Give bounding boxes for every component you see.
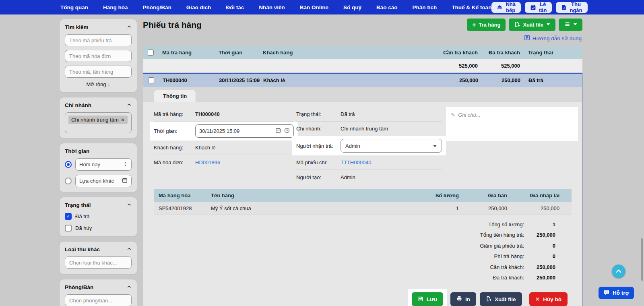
nav-doi-tac[interactable]: Đối tác (226, 4, 244, 10)
collapse-chevron-icon[interactable] (127, 102, 132, 108)
columns-button[interactable] (559, 19, 582, 31)
nav-tong-quan[interactable]: Tổng quan (60, 4, 88, 10)
time-section-title: Thời gian (65, 148, 89, 154)
collapse-chevron-icon[interactable] (127, 246, 132, 252)
nav-hang-hoa[interactable]: Hàng hóa (103, 4, 128, 10)
remove-tag-icon[interactable]: ✕ (121, 117, 125, 123)
time-custom-input[interactable]: Lựa chọn khác (75, 175, 132, 187)
nav-thue-ke-toan[interactable]: Thuế & Kế toán (452, 4, 491, 10)
radio-today[interactable] (65, 161, 72, 168)
scrollbar[interactable] (641, 238, 643, 281)
nav-giao-dich[interactable]: Giao dịch (186, 4, 211, 10)
cashier-button[interactable]: Thu ngân (556, 2, 587, 13)
clock-icon[interactable] (284, 128, 290, 134)
col-header: Mã trả hàng (162, 50, 219, 56)
nav-phong-ban[interactable]: Phòng/Bàn (143, 4, 171, 10)
row-code: TH000040 (163, 77, 219, 83)
row-checkbox[interactable] (148, 77, 154, 83)
nav-bao-cao[interactable]: Báo cáo (376, 4, 398, 10)
reception-button[interactable]: Lễ tân (525, 2, 552, 13)
row-customer: Khách lẻ (263, 77, 426, 83)
col-header: Đã trả khách (478, 50, 520, 56)
chevron-down-icon (546, 23, 550, 27)
field-ma-hoa-don: Mã hóa đơn: HD001896 (154, 155, 294, 170)
save-spotlight: Lưu (408, 289, 447, 306)
summary-da-tra: 525,000 (478, 63, 520, 69)
payment-voucher-link[interactable]: TTTH000040 (341, 159, 372, 165)
support-button[interactable]: Hỗ trợ (599, 287, 634, 299)
export-icon (486, 296, 491, 303)
export-icon (514, 21, 520, 29)
calendar-icon[interactable] (275, 128, 281, 134)
help-link[interactable]: Hướng dẫn sử dụng (524, 35, 582, 42)
detail-col-left: Mã trả hàng: TH000040 Thời gian: (154, 107, 294, 184)
filter-search-card: Tìm kiếm Mở rộng ↓ (60, 19, 137, 92)
item-name: Mỳ Ý sốt cà chua (211, 205, 411, 211)
row-can-tra: 250,000 (426, 77, 478, 83)
datetime-input[interactable] (195, 124, 294, 138)
chat-icon (603, 289, 610, 297)
cancel-button[interactable]: ✕ Hủy bỏ (529, 292, 568, 306)
tab-thong-tin[interactable]: Thông tin (154, 90, 196, 102)
checkbox-da-tra[interactable]: ✓ (65, 213, 72, 220)
mode-buttons: Nhà bếp Lễ tân Thu ngân (491, 2, 587, 13)
field-chi-nhanh: Chi nhánh: Chi nhánh trung tâm (296, 122, 442, 136)
items-header-row: Mã hàng hóa Tên hàng Số lượng Giá bán Gi… (154, 189, 572, 202)
save-button[interactable]: Lưu (412, 292, 443, 306)
collapse-chevron-icon[interactable] (127, 202, 132, 208)
chevron-down-icon (433, 143, 437, 149)
branch-multiselect[interactable]: Chi nhánh trung tâm ✕ (65, 112, 132, 133)
detail-tabbar: Thông tin (143, 87, 582, 101)
checkbox-da-huy[interactable]: ✓ (65, 225, 72, 232)
calendar-icon (122, 178, 128, 184)
collapse-chevron-icon[interactable] (127, 284, 132, 290)
search-invoice-code-input[interactable] (65, 50, 132, 62)
radio-other-time[interactable] (65, 178, 72, 184)
nav-so-quy[interactable]: Số quỹ (343, 4, 361, 10)
status-section-title: Trạng thái (65, 202, 91, 208)
search-item-input[interactable] (65, 66, 132, 78)
filter-status-card: Trạng thái ✓ Đã trả ✓ Đã hủy (60, 197, 137, 236)
field-ma-tra-hang: Mã trả hàng: TH000040 (154, 107, 294, 122)
filter-other-income-card: Loại thu khác (60, 242, 137, 274)
time-preset-select[interactable]: Hôm nay (75, 158, 132, 171)
col-header: Thời gian (219, 50, 263, 56)
collapse-chevron-icon[interactable] (127, 24, 132, 30)
search-return-code-input[interactable] (65, 34, 132, 46)
receiver-select[interactable]: Admin (341, 139, 442, 153)
return-goods-button[interactable]: + Trả hàng (467, 19, 506, 31)
plus-icon: + (472, 22, 476, 28)
page-title: Phiếu trả hàng (143, 20, 202, 30)
scroll-top-button[interactable] (612, 265, 625, 278)
cloche-icon (497, 4, 503, 10)
summary-row: 525,000 525,000 (143, 59, 582, 73)
col-header: Cần trả khách (425, 50, 478, 56)
nav-nhan-vien[interactable]: Nhân viên (259, 4, 285, 10)
nav-phan-tich[interactable]: Phân tích (413, 4, 437, 10)
filter-room-card: Phòng/Bàn (60, 279, 137, 306)
pencil-icon: ✎ (451, 112, 455, 118)
expand-link[interactable]: Mở rộng ↓ (65, 81, 132, 87)
item-qty: 1 (411, 205, 459, 211)
app-root: Tổng quan Hàng hóa Phòng/Bàn Giao dịch Đ… (0, 0, 644, 306)
print-button[interactable]: In (450, 292, 476, 306)
datetime-value[interactable] (199, 128, 272, 134)
updown-arrows-icon (123, 161, 128, 168)
kitchen-button[interactable]: Nhà bếp (491, 2, 521, 13)
select-all-checkbox[interactable] (148, 50, 154, 56)
other-income-input[interactable] (65, 256, 132, 269)
field-nguoi-tao: Người tạo: Admin (296, 170, 442, 184)
export-detail-button[interactable]: Xuất file (480, 292, 522, 306)
save-icon (418, 296, 423, 303)
nav-ban-online[interactable]: Bán Online (300, 4, 328, 10)
items-table: Mã hàng hóa Tên hàng Số lượng Giá bán Gi… (154, 189, 572, 215)
table-row-selected[interactable]: TH000040 30/11/2025 15:09 Khách lẻ 250,0… (143, 74, 582, 87)
note-spotlight: ✎Ghi chú... (446, 107, 578, 141)
filter-branch-card: Chi nhánh Chi nhánh trung tâm ✕ (60, 97, 137, 138)
room-input[interactable] (65, 294, 132, 306)
field-khach-hang: Khách hàng: Khách lẻ (154, 141, 294, 155)
invoice-link[interactable]: HD001896 (195, 159, 220, 165)
export-file-button[interactable]: Xuất file (509, 19, 555, 31)
note-input[interactable]: ✎Ghi chú... (446, 107, 578, 141)
item-row: SP542001928 Mỳ Ý sốt cà chua 1 250,000 2… (154, 202, 572, 215)
